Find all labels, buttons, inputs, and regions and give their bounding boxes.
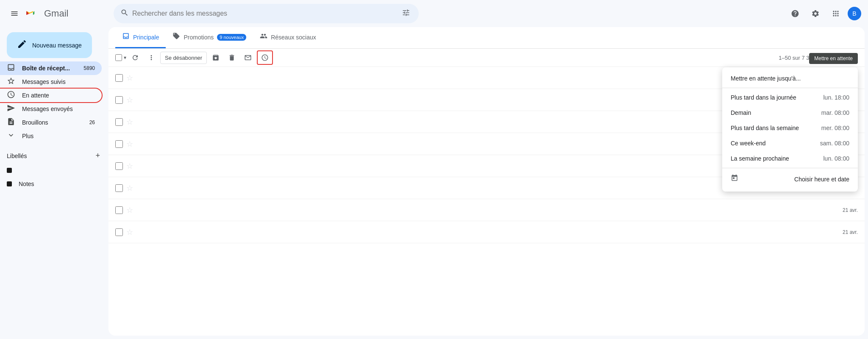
action-bar: ▾ Se désabonner <box>108 49 865 67</box>
sidebar-item-drafts-label: Brouillons <box>22 119 83 126</box>
search-icon <box>120 8 129 19</box>
star-icon[interactable]: ☆ <box>126 73 133 83</box>
snooze-next-week-label: La semaine prochaine <box>731 155 789 162</box>
tab-principale-icon <box>122 32 130 42</box>
sidebar-item-starred-label: Messages suivis <box>22 78 95 85</box>
labels-section: Libellés + <box>0 143 108 164</box>
snooze-tomorrow-label: Demain <box>731 109 751 116</box>
snooze-custom-label: Choisir heure et date <box>794 176 849 183</box>
topbar-right: B <box>787 5 861 22</box>
more-options-button[interactable] <box>144 51 159 64</box>
sidebar-item-inbox-label: Boîte de récept... <box>22 65 77 72</box>
tab-promotions-label: Promotions <box>184 34 214 41</box>
snooze-dropdown: Mettre en attente Mettre en attente jusq… <box>722 67 858 192</box>
topbar: Gmail B <box>0 0 868 27</box>
send-icon <box>7 104 15 114</box>
mark-unread-button[interactable] <box>241 51 255 64</box>
snooze-later-week-date: mer. 08:00 <box>821 125 849 131</box>
star-icon[interactable]: ☆ <box>126 183 133 193</box>
compose-label: Nouveau message <box>32 42 82 49</box>
tab-promotions-icon <box>172 32 180 42</box>
snooze-item-custom[interactable]: Choisir heure et date <box>722 170 858 188</box>
snooze-item-later-week[interactable]: Plus tard dans la semaine mer. 08:00 <box>722 120 858 136</box>
label-dot-1 <box>7 168 12 173</box>
add-label-button[interactable]: + <box>94 150 102 162</box>
main-layout: Nouveau message Boîte de récept... 5890 … <box>0 27 868 339</box>
tab-reseaux[interactable]: Réseaux sociaux <box>253 27 323 48</box>
delete-button[interactable] <box>225 51 239 64</box>
row-checkbox[interactable] <box>115 162 123 170</box>
tab-promotions-badge: 9 nouveaux <box>217 34 246 41</box>
drafts-icon <box>7 117 15 128</box>
calendar-icon <box>731 174 738 184</box>
star-icon[interactable]: ☆ <box>126 139 133 149</box>
star-icon[interactable]: ☆ <box>126 95 133 105</box>
snooze-weekend-label: Ce week-end <box>731 140 766 147</box>
tab-principale-label: Principale <box>133 34 159 41</box>
row-checkbox[interactable] <box>115 228 123 236</box>
help-button[interactable] <box>787 5 804 22</box>
gmail-logo: Gmail <box>25 7 68 20</box>
clock-icon <box>7 90 15 101</box>
snooze-button[interactable] <box>257 50 273 65</box>
tab-principale[interactable]: Principale <box>115 27 166 48</box>
action-bar-left: ▾ <box>115 51 159 64</box>
row-checkbox[interactable] <box>115 74 123 82</box>
snooze-title-item: Mettre en attente jusqu'à... <box>722 71 858 86</box>
select-all-checkbox[interactable] <box>115 54 122 61</box>
sidebar-item-sent-label: Messages envoyés <box>22 106 95 112</box>
snooze-item-weekend[interactable]: Ce week-end sam. 08:00 <box>722 136 858 151</box>
snooze-item-tomorrow[interactable]: Demain mar. 08:00 <box>722 105 858 120</box>
star-icon[interactable]: ☆ <box>126 117 133 127</box>
sidebar-item-snoozed[interactable]: En attente <box>0 89 102 102</box>
search-bar[interactable] <box>114 4 419 23</box>
row-checkbox[interactable] <box>115 184 123 192</box>
sidebar-item-snoozed-label: En attente <box>22 92 95 99</box>
sidebar-item-more[interactable]: Plus <box>0 129 102 143</box>
row-checkbox[interactable] <box>115 118 123 126</box>
archive-button[interactable] <box>209 51 223 64</box>
email-date: 21 avr. <box>843 229 858 235</box>
star-icon[interactable]: ☆ <box>126 228 133 237</box>
label-item-notes[interactable]: Notes <box>0 177 102 191</box>
select-dropdown-icon[interactable]: ▾ <box>124 55 126 61</box>
email-date: 21 avr. <box>843 207 858 213</box>
search-options-icon[interactable] <box>400 7 412 21</box>
compose-icon <box>17 39 27 51</box>
snooze-weekend-date: sam. 08:00 <box>820 140 849 147</box>
row-checkbox[interactable] <box>115 140 123 148</box>
label-notes-text: Notes <box>19 181 34 187</box>
compose-button[interactable]: Nouveau message <box>7 32 92 58</box>
sidebar-item-drafts-count: 26 <box>89 119 95 125</box>
tabs-toolbar: Principale Promotions 9 nouveaux Réseaux… <box>108 27 865 49</box>
refresh-button[interactable] <box>128 51 142 64</box>
snooze-item-next-week[interactable]: La semaine prochaine lun. 08:00 <box>722 151 858 166</box>
table-row[interactable]: ☆ 21 avr. <box>108 221 865 243</box>
gmail-text: Gmail <box>44 8 68 19</box>
star-icon[interactable]: ☆ <box>126 161 133 171</box>
sidebar-item-sent[interactable]: Messages envoyés <box>0 102 102 116</box>
snooze-divider-2 <box>722 168 858 168</box>
unsubscribe-button[interactable]: Se désabonner <box>160 52 207 64</box>
sidebar-item-starred[interactable]: Messages suivis <box>0 75 102 89</box>
snooze-later-today-label: Plus tard dans la journée <box>731 94 796 101</box>
search-input[interactable] <box>132 10 397 17</box>
row-checkbox[interactable] <box>115 206 123 214</box>
star-icon[interactable]: ☆ <box>126 206 133 215</box>
sidebar-item-drafts[interactable]: Brouillons 26 <box>0 116 102 129</box>
label-dot-notes <box>7 181 12 186</box>
apps-button[interactable] <box>827 5 844 22</box>
snooze-item-later-today[interactable]: Plus tard dans la journée lun. 18:00 <box>722 90 858 105</box>
table-row[interactable]: ☆ 21 avr. <box>108 199 865 221</box>
row-checkbox[interactable] <box>115 96 123 104</box>
star-icon <box>7 77 15 87</box>
menu-icon[interactable] <box>7 6 22 21</box>
avatar[interactable]: B <box>848 7 861 20</box>
tab-promotions[interactable]: Promotions 9 nouveaux <box>166 27 253 48</box>
inbox-icon <box>7 63 15 74</box>
sidebar-item-inbox[interactable]: Boîte de récept... 5890 <box>0 61 102 75</box>
sidebar: Nouveau message Boîte de récept... 5890 … <box>0 27 108 339</box>
label-item-1[interactable] <box>0 164 102 177</box>
snooze-next-week-date: lun. 08:00 <box>823 155 850 162</box>
settings-button[interactable] <box>807 5 824 22</box>
